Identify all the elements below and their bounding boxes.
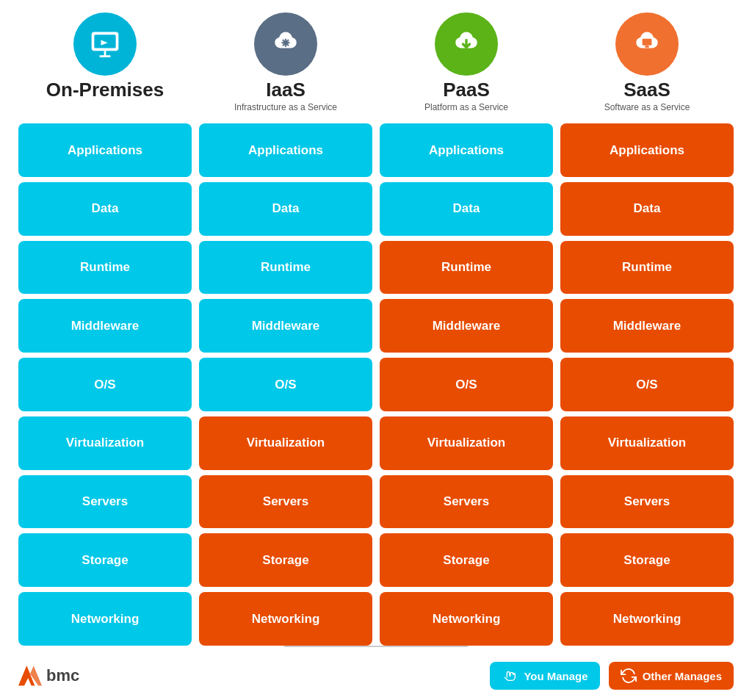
cell-0-1: Applications — [199, 123, 372, 177]
cell-4-0: O/S — [18, 358, 192, 411]
saas-subtitle: Software as a Service — [604, 102, 690, 114]
cell-8-0: Networking — [18, 592, 192, 646]
cell-4-1: O/S — [199, 358, 372, 411]
saas-title: SaaS — [623, 79, 670, 101]
cell-7-1: Storage — [199, 533, 372, 587]
iaas-title: IaaS — [266, 79, 306, 101]
grid-row-6: ServersServersServersServers — [18, 475, 734, 529]
svg-point-2 — [283, 40, 288, 46]
cell-5-2: Virtualization — [380, 416, 553, 470]
cell-6-3: Servers — [560, 475, 734, 529]
gear-cloud-icon — [270, 28, 302, 60]
cell-2-3: Runtime — [560, 241, 734, 295]
grid-row-7: StorageStorageStorageStorage — [18, 533, 734, 587]
cell-5-3: Virtualization — [560, 416, 734, 470]
grid-row-5: VirtualizationVirtualizationVirtualizati… — [18, 416, 734, 470]
svg-rect-1 — [94, 35, 115, 48]
header-col-on-premises: On-Premises — [18, 15, 192, 113]
cloud-download-icon — [450, 28, 482, 60]
cell-2-0: Runtime — [18, 241, 192, 295]
on-premises-icon-circle — [76, 15, 134, 73]
cell-0-3: Applications — [560, 123, 734, 177]
bmc-label: bmc — [46, 666, 79, 685]
iaas-icon-circle — [256, 15, 315, 73]
cell-2-2: Runtime — [380, 241, 553, 295]
legend-other-manages: Other Manages — [609, 662, 734, 690]
grid-row-4: O/SO/SO/SO/S — [18, 358, 734, 411]
svg-rect-3 — [643, 39, 652, 46]
on-premises-title: On-Premises — [46, 79, 164, 101]
paas-icon-circle — [437, 15, 496, 73]
cell-3-0: Middleware — [18, 299, 192, 353]
you-manage-label: You Manage — [524, 670, 588, 682]
header-col-iaas: IaaS Infrastructure as a Service — [199, 15, 372, 113]
main-container: On-Premises IaaS Infrastructure as a Ser… — [0, 0, 752, 700]
grid-row-8: NetworkingNetworkingNetworkingNetworking — [18, 592, 734, 646]
grid-row-1: DataDataDataData — [18, 182, 734, 236]
grid-row-2: RuntimeRuntimeRuntimeRuntime — [18, 241, 734, 295]
cell-3-3: Middleware — [560, 299, 734, 353]
cell-8-1: Networking — [199, 592, 372, 646]
bmc-logo: bmc — [18, 665, 79, 686]
bmc-logo-icon — [18, 665, 42, 686]
grid-row-0: ApplicationsApplicationsApplicationsAppl… — [18, 123, 734, 177]
cell-7-2: Storage — [380, 533, 553, 587]
cell-4-2: O/S — [380, 358, 553, 411]
saas-icon-circle — [618, 15, 676, 73]
cell-5-0: Virtualization — [18, 416, 192, 470]
cell-7-3: Storage — [560, 533, 734, 587]
cell-6-0: Servers — [18, 475, 192, 529]
cloud-screen-icon — [631, 28, 663, 60]
cell-1-3: Data — [560, 182, 734, 236]
paas-subtitle: Platform as a Service — [424, 102, 508, 114]
cell-6-2: Servers — [380, 475, 553, 529]
monitor-icon — [89, 28, 121, 60]
header-row: On-Premises IaaS Infrastructure as a Ser… — [15, 15, 737, 113]
cell-1-0: Data — [18, 182, 192, 236]
iaas-subtitle: Infrastructure as a Service — [234, 102, 337, 114]
refresh-icon — [621, 668, 637, 684]
footer: bmc You Manage Other Manages — [15, 654, 737, 693]
cell-3-1: Middleware — [199, 299, 372, 353]
cell-2-1: Runtime — [199, 241, 372, 295]
cell-7-0: Storage — [18, 533, 192, 587]
cell-1-2: Data — [380, 182, 553, 236]
grid-row-3: MiddlewareMiddlewareMiddlewareMiddleware — [18, 299, 734, 353]
cell-4-3: O/S — [560, 358, 734, 411]
legend: You Manage Other Manages — [490, 662, 734, 690]
divider — [284, 646, 468, 647]
paas-title: PaaS — [443, 79, 490, 101]
header-col-saas: SaaS Software as a Service — [560, 15, 734, 113]
header-col-paas: PaaS Platform as a Service — [380, 15, 553, 113]
cell-3-2: Middleware — [380, 299, 553, 353]
cell-0-0: Applications — [18, 123, 192, 177]
cell-8-3: Networking — [560, 592, 734, 646]
other-manages-label: Other Manages — [643, 670, 722, 682]
hand-icon — [502, 668, 518, 684]
cell-6-1: Servers — [199, 475, 372, 529]
cell-1-1: Data — [199, 182, 372, 236]
grid-rows: ApplicationsApplicationsApplicationsAppl… — [15, 123, 737, 646]
cell-8-2: Networking — [380, 592, 553, 646]
legend-you-manage: You Manage — [490, 662, 599, 690]
cell-5-1: Virtualization — [199, 416, 372, 470]
cell-0-2: Applications — [380, 123, 553, 177]
